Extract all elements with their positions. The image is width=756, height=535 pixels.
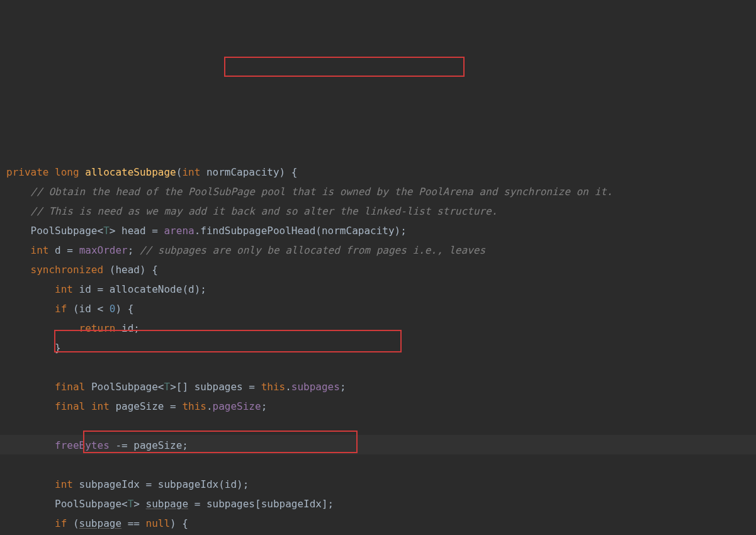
line-10: } bbox=[55, 342, 61, 354]
line-15: PoolSubpage<T> subpage = subpages[subpag… bbox=[55, 498, 334, 510]
line-8: if (id < 0) { bbox=[55, 303, 133, 315]
line-5: int d = maxOrder; // subpages are only b… bbox=[31, 244, 486, 256]
code-block[interactable]: private long allocateSubpage(int normCap… bbox=[6, 162, 750, 535]
line-14: int subpageIdx = subpageIdx(id); bbox=[55, 478, 249, 490]
line-4: PoolSubpage<T> head = arena.findSubpageP… bbox=[31, 225, 407, 237]
highlight-box-1 bbox=[224, 57, 465, 77]
line-12: final int pageSize = this.pageSize; bbox=[55, 400, 267, 412]
code-editor: private long allocateSubpage(int normCap… bbox=[0, 0, 756, 535]
comment-2: // This is need as we may add it back an… bbox=[31, 205, 498, 217]
line-16: if (subpage == null) { bbox=[55, 517, 188, 529]
line-9: return id; bbox=[79, 322, 140, 334]
line-6: synchronized (head) { bbox=[31, 264, 158, 276]
line-11: final PoolSubpage<T>[] subpages = this.s… bbox=[55, 381, 346, 393]
line-1: private long allocateSubpage(int normCap… bbox=[6, 166, 297, 178]
line-7: int id = allocateNode(d); bbox=[55, 283, 206, 295]
comment-1: // Obtain the head of the PoolSubPage po… bbox=[31, 186, 613, 198]
line-13: freeBytes -= pageSize; bbox=[55, 439, 188, 451]
